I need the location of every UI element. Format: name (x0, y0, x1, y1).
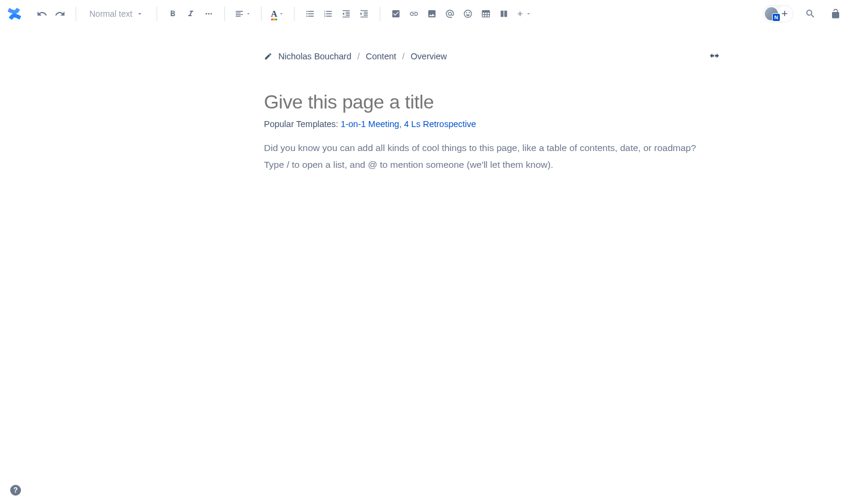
chevron-down-icon (278, 11, 284, 17)
bullet-list-button[interactable] (302, 5, 319, 22)
page-title-input[interactable] (264, 91, 720, 113)
redo-button[interactable] (52, 5, 68, 22)
chevron-down-icon (245, 11, 251, 17)
mention-button[interactable] (441, 5, 458, 22)
edit-icon (264, 52, 272, 61)
search-button[interactable] (802, 5, 819, 22)
chevron-down-icon (525, 11, 531, 17)
undo-button[interactable] (34, 5, 50, 22)
breadcrumb-item[interactable]: Overview (411, 52, 447, 61)
outdent-button[interactable] (338, 5, 355, 22)
page-width-toggle[interactable] (709, 52, 720, 60)
table-button[interactable] (477, 5, 494, 22)
editor-content: Nicholas Bouchard / Content / Overview P… (0, 28, 856, 173)
breadcrumb-item[interactable]: Nicholas Bouchard (278, 52, 352, 61)
toolbar-divider (157, 7, 157, 21)
emoji-button[interactable] (459, 5, 476, 22)
link-button[interactable] (406, 5, 422, 22)
breadcrumb-separator: / (403, 52, 405, 61)
toolbar-divider (294, 7, 295, 21)
text-style-label: Normal text (89, 9, 133, 19)
help-button[interactable]: ? (10, 485, 21, 496)
text-color-dropdown[interactable]: A (269, 5, 287, 22)
text-align-dropdown[interactable] (232, 5, 254, 22)
collaborator-avatars: N + (762, 5, 794, 23)
text-color-icon: A (271, 9, 278, 19)
text-style-dropdown[interactable]: Normal text (83, 4, 149, 23)
body-placeholder[interactable]: Did you know you can add all kinds of co… (264, 140, 720, 173)
body-hint-line: Type / to open a list, and @ to mention … (264, 156, 720, 173)
templates-row: Popular Templates: 1-on-1 Meeting, 4 Ls … (264, 119, 720, 129)
confluence-logo[interactable] (7, 7, 22, 21)
toolbar-divider (261, 7, 262, 21)
numbered-list-button[interactable] (320, 5, 337, 22)
user-avatar[interactable]: N (764, 6, 779, 22)
toolbar-divider (380, 7, 380, 21)
help-icon-label: ? (13, 486, 17, 494)
restrictions-button[interactable] (827, 5, 844, 22)
toolbar-divider (224, 7, 225, 21)
toolbar-divider (76, 7, 76, 21)
insert-dropdown[interactable] (513, 5, 534, 22)
body-hint-line: Did you know you can add all kinds of co… (264, 140, 720, 156)
image-button[interactable] (424, 5, 440, 22)
chevron-down-icon (136, 10, 143, 17)
template-link[interactable]: 1-on-1 Meeting (341, 119, 400, 129)
breadcrumb-item[interactable]: Content (366, 52, 397, 61)
layouts-button[interactable] (495, 5, 512, 22)
action-item-button[interactable] (388, 5, 404, 22)
italic-button[interactable] (182, 5, 199, 22)
breadcrumb: Nicholas Bouchard / Content / Overview (264, 52, 720, 61)
template-link[interactable]: 4 Ls Retrospective (404, 119, 476, 129)
indent-button[interactable] (356, 5, 373, 22)
toolbar-right-controls: N + (762, 5, 849, 23)
breadcrumb-separator: / (358, 52, 360, 61)
more-formatting-button[interactable] (200, 5, 217, 22)
avatar-badge: N (772, 13, 780, 22)
editor-toolbar: Normal text A (0, 0, 856, 28)
bold-button[interactable] (164, 5, 181, 22)
templates-label: Popular Templates: (264, 119, 341, 129)
